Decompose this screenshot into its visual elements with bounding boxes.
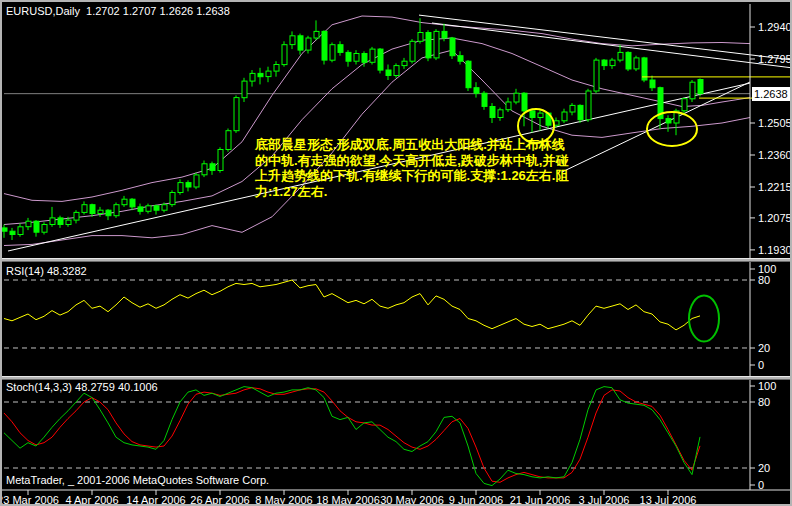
candle-bull xyxy=(370,49,375,62)
candle-bull xyxy=(562,112,567,121)
price-axis-label: 1.2215 xyxy=(758,181,792,193)
candle-bull xyxy=(266,71,271,77)
rsi-axis-label: 20 xyxy=(758,342,770,354)
price-axis-label: 1.2360 xyxy=(758,149,792,161)
candle-bull xyxy=(162,205,167,211)
candle-bear xyxy=(138,207,143,211)
stoch-axis-label: 100 xyxy=(758,380,776,392)
chart-canvas[interactable] xyxy=(2,2,792,506)
candle-bull xyxy=(586,91,591,120)
candle-bull xyxy=(282,45,287,65)
candle-bear xyxy=(130,199,135,207)
trendline-descending-resistance xyxy=(419,15,792,60)
annotation-line: 底部晨星形态.形成双底.周五收出大阳线.并站上布林线 xyxy=(255,137,568,153)
price-axis-label: 1.2505 xyxy=(758,117,792,129)
candle-bull xyxy=(418,33,423,42)
rsi-line xyxy=(4,280,700,330)
rsi-axis-label: 0 xyxy=(758,359,764,371)
candle-bear xyxy=(522,93,527,111)
candle-bear xyxy=(346,52,351,61)
candle-bull xyxy=(410,41,415,61)
candle-bear xyxy=(650,80,655,88)
candle-bear xyxy=(602,60,607,66)
stoch-axis-label: 0 xyxy=(758,479,764,491)
current-price-badge: 1.2638 xyxy=(752,87,792,101)
candle-bear xyxy=(258,73,263,76)
candle-bear xyxy=(10,231,15,234)
candle-bull xyxy=(122,199,127,205)
analysis-annotation-text[interactable]: 底部晨星形态.形成双底.周五收出大阳线.并站上布林线 的中轨.有走强的欲望.今天… xyxy=(255,137,568,199)
annotation-line: 力:1.27左右. xyxy=(255,184,568,200)
candle-bull xyxy=(178,183,183,193)
candle-bull xyxy=(498,110,503,118)
candle-bull xyxy=(570,105,575,112)
time-axis-label: 14 Apr 2006 xyxy=(126,494,185,506)
price-axis-label: 1.2795 xyxy=(758,53,792,65)
candle-bull xyxy=(618,52,623,60)
candle-bear xyxy=(578,105,583,119)
candle-bull xyxy=(330,45,335,61)
annotation-line: 的中轨.有走强的欲望.今天高开低走,跌破步林中轨,并碰 xyxy=(255,153,568,169)
candle-bear xyxy=(2,228,7,231)
trendlines[interactable] xyxy=(8,15,792,251)
candle-bull xyxy=(682,99,687,111)
candle-bull xyxy=(274,65,279,72)
candle-bull xyxy=(314,31,319,38)
stoch-k-line xyxy=(4,387,700,486)
candle-bull xyxy=(50,218,55,225)
copyright-text: MetaTrader, _ 2001-2006 MetaQuotes Softw… xyxy=(6,474,269,486)
candle-bull xyxy=(634,58,639,69)
candle-bear xyxy=(698,80,703,94)
candle-bear xyxy=(90,205,95,214)
candle-bear xyxy=(426,33,431,58)
candle-bull xyxy=(66,220,71,224)
time-axis-label: 18 May 2006 xyxy=(316,494,380,506)
candle-bull xyxy=(170,193,175,205)
candle-bear xyxy=(482,93,487,106)
candle-bull xyxy=(82,205,87,213)
ellipse-double-bottom-2[interactable] xyxy=(647,112,697,146)
time-axis-label: 13 Jul 2006 xyxy=(640,494,697,506)
pane-separator-main-rsi[interactable] xyxy=(2,258,792,262)
candle-bull xyxy=(202,164,207,175)
candle-bull xyxy=(74,212,79,220)
candle-bull xyxy=(538,113,543,117)
candle-bear xyxy=(442,31,447,38)
candle-bear xyxy=(530,111,535,118)
time-axis-label: 9 Jun 2006 xyxy=(449,494,503,506)
candle-bull xyxy=(610,60,615,66)
stoch-axis-label: 20 xyxy=(758,462,770,474)
time-axis-label: 8 May 2006 xyxy=(255,494,312,506)
price-axis-label: 1.1930 xyxy=(758,244,792,256)
candle-bear xyxy=(474,88,479,94)
candle-bear xyxy=(490,107,495,118)
candle-bull xyxy=(306,38,311,50)
candle-bull xyxy=(250,73,255,81)
candle-bear xyxy=(210,164,215,171)
candle-bull xyxy=(594,60,599,91)
time-axis-label: 21 Jun 2006 xyxy=(510,494,571,506)
candle-bull xyxy=(402,61,407,65)
time-axis-label: 3 Jul 2006 xyxy=(579,494,630,506)
candle-bear xyxy=(154,206,159,210)
price-axis-label: 1.2940 xyxy=(758,21,792,33)
candle-bear xyxy=(466,61,471,87)
candle-bear xyxy=(58,218,63,225)
annotation-line: 上升趋势线的下轨.有继续下行的可能.支撑:1.26左右.阻 xyxy=(255,168,568,184)
candle-bear xyxy=(186,183,191,187)
candle-bear xyxy=(450,38,455,56)
rsi-axis-label: 80 xyxy=(758,274,770,286)
pane-separator-rsi-stoch[interactable] xyxy=(2,376,792,380)
candle-bear xyxy=(666,119,671,123)
candle-bear xyxy=(378,49,383,70)
candle-bear xyxy=(338,45,343,53)
candle-bull xyxy=(114,205,119,216)
candle-bear xyxy=(362,54,367,63)
candle-bull xyxy=(434,31,439,58)
candle-bull xyxy=(98,210,103,213)
candle-bull xyxy=(226,131,231,150)
candle-bear xyxy=(626,52,631,69)
candle-bull xyxy=(194,175,199,187)
time-axis-label: 23 Mar 2006 xyxy=(0,494,59,506)
candle-bull xyxy=(146,206,151,212)
